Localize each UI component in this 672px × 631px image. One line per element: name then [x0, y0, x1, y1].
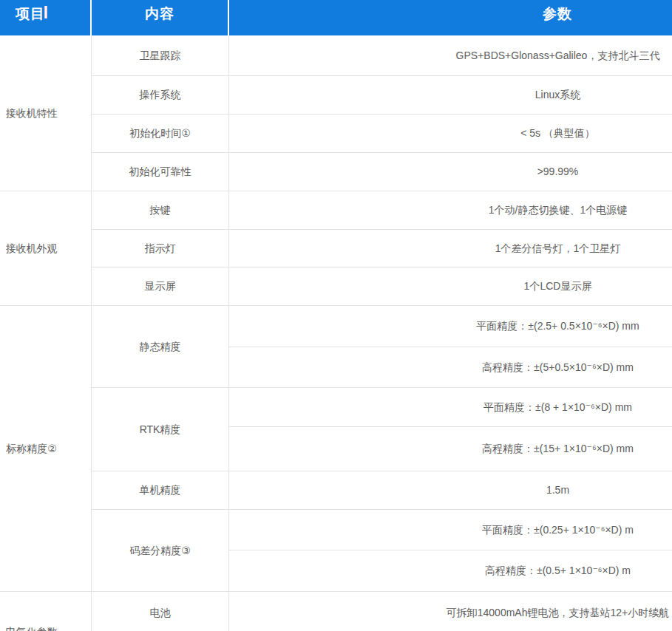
group-label-electrical-params: 电气化参数: [0, 592, 92, 631]
content-cell: 显示屏: [92, 267, 229, 306]
param-cell: 可拆卸14000mAh锂电池，支持基站12+小时续航: [229, 592, 672, 631]
header-cell-param: 参数: [229, 0, 672, 35]
param-cell: 1个LCD显示屏: [229, 267, 672, 306]
param-cell: GPS+BDS+Glonass+Galileo，支持北斗三代: [229, 35, 672, 76]
text-cursor-artifact: [44, 6, 47, 18]
content-cell: 初始化可靠性: [92, 153, 229, 191]
group-label-receiver-appearance: 接收机外观: [0, 191, 92, 306]
content-cell: 电池: [92, 592, 229, 631]
content-cell: 码差分精度③: [92, 510, 229, 592]
param-cell: 1个差分信号灯，1个卫星灯: [229, 230, 672, 267]
content-cell: 初始化时间①: [92, 115, 229, 153]
param-cell: 1.5m: [229, 471, 672, 510]
param-cell: < 5s （典型值）: [229, 115, 672, 153]
param-cell: 平面精度：±(0.25+ 1×10⁻⁶×D) m: [229, 510, 672, 550]
param-cell: 平面精度：±(2.5+ 0.5×10⁻⁶×D) mm: [229, 306, 672, 347]
content-cell: 操作系统: [92, 76, 229, 115]
content-cell: RTK精度: [92, 388, 229, 471]
content-cell: 单机精度: [92, 471, 229, 510]
content-cell: 指示灯: [92, 230, 229, 267]
content-cell: 按键: [92, 191, 229, 230]
spec-table-page: 项目 内容 参数 接收机特性 卫星跟踪 GPS+BDS+Glonass+Gali…: [0, 0, 672, 631]
param-cell: 1个动/静态切换键、1个电源键: [229, 191, 672, 230]
spec-table: 项目 内容 参数 接收机特性 卫星跟踪 GPS+BDS+Glonass+Gali…: [0, 0, 672, 631]
param-cell: >99.99%: [229, 153, 672, 191]
group-label-nominal-accuracy: 标称精度②: [0, 306, 92, 592]
content-cell: 卫星跟踪: [92, 35, 229, 76]
param-cell: 平面精度：±(8 + 1×10⁻⁶×D) mm: [229, 388, 672, 427]
param-cell: 高程精度：±(0.5+ 1×10⁻⁶×D) m: [229, 550, 672, 592]
content-cell: 静态精度: [92, 306, 229, 388]
header-cell-content: 内容: [92, 0, 229, 35]
group-label-receiver-features: 接收机特性: [0, 35, 92, 191]
param-cell: 高程精度：±(5+0.5×10⁻⁶×D) mm: [229, 347, 672, 388]
param-cell: Linux系统: [229, 76, 672, 115]
param-cell: 高程精度：±(15+ 1×10⁻⁶×D) mm: [229, 427, 672, 471]
